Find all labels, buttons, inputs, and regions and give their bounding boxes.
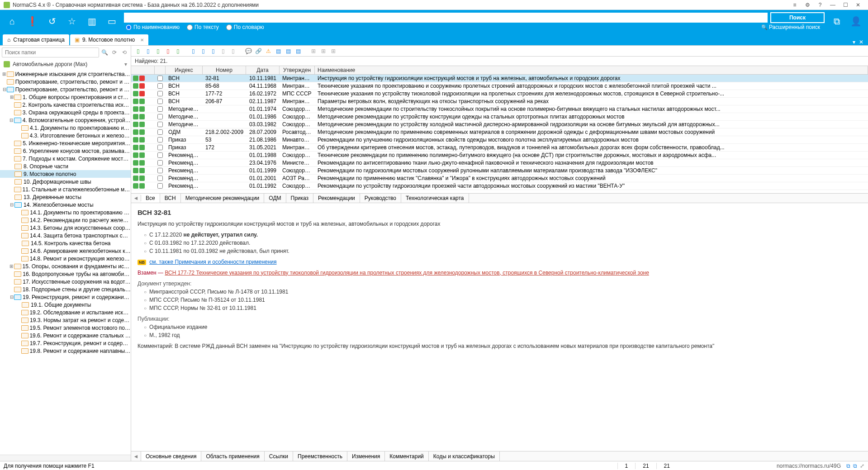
table-row[interactable]: Приказ17231.05.2021Минтранс Р...Об утвер… xyxy=(131,144,868,152)
row-checkbox[interactable] xyxy=(157,114,163,119)
tree-item[interactable]: 8. Опорные части xyxy=(0,162,131,170)
tree-item[interactable]: ⊞1. Общие вопросы проектирования и строи… xyxy=(0,93,131,101)
filter-tab[interactable]: Все xyxy=(141,194,160,203)
maximize-button[interactable]: ☐ xyxy=(839,0,852,9)
tree-item[interactable]: 19.1. Общие документы xyxy=(0,301,131,309)
tree-item[interactable]: 14.5. Контроль качества бетона xyxy=(0,239,131,247)
row-checkbox[interactable] xyxy=(157,99,163,104)
export-icon[interactable]: ▯ xyxy=(199,47,207,55)
detail-tab-prev-icon[interactable]: ◄ xyxy=(131,451,141,461)
table-row[interactable]: ОДМ218.2.002-200928.07.2009Росавтодор (.… xyxy=(131,128,868,136)
doc-icon[interactable]: ▯ xyxy=(154,47,162,55)
detail-tab[interactable]: Область применения xyxy=(201,451,264,461)
grid-icon[interactable]: ⊞ xyxy=(319,47,327,55)
folder-icon[interactable]: ▭ xyxy=(104,14,119,29)
row-checkbox[interactable] xyxy=(157,91,163,96)
filter-tab[interactable]: Рекомендации xyxy=(313,194,360,203)
table-row[interactable]: Рекоменда...01.01.1992СоюздорнииРекоменд… xyxy=(131,182,868,190)
row-checkbox[interactable] xyxy=(157,137,163,142)
home-icon[interactable]: ⌂ xyxy=(5,14,20,29)
menu-icon[interactable]: ≡ xyxy=(788,0,801,9)
table-row[interactable]: Методическ...01.01.1986СоюздорнииМетодич… xyxy=(131,113,868,121)
search-opt-dict[interactable]: По словарю xyxy=(226,24,264,30)
tree-item[interactable]: 10. Деформационные швы xyxy=(0,178,131,185)
help-icon[interactable]: ? xyxy=(814,0,826,9)
row-checkbox[interactable] xyxy=(157,145,163,150)
row-checkbox[interactable] xyxy=(157,83,163,89)
doc-icon[interactable]: ▯ xyxy=(144,47,152,55)
tree-item[interactable]: 16. Водопропускные трубы на автомобильн.… xyxy=(0,270,131,278)
doc-pair-icon[interactable]: ⧉ xyxy=(829,14,844,29)
doc-icon[interactable]: ▯ xyxy=(164,47,172,55)
tree-item[interactable]: 7. Подходы к мостам. Сопряжение моста с … xyxy=(0,155,131,162)
tree-item[interactable]: 11. Стальные и сталежелезобетонные мосты… xyxy=(0,185,131,193)
folder-sync-icon[interactable]: ⟲ xyxy=(120,48,129,57)
col-index[interactable]: Индекс xyxy=(166,66,203,74)
table-row[interactable]: Рекоменда...01.01.1999СоюздорнииРекоменд… xyxy=(131,167,868,175)
tree-item[interactable]: ⊟19. Реконструкция, ремонт и содержание … xyxy=(0,293,131,301)
filter-tab[interactable]: Методические рекомендации xyxy=(181,194,265,203)
advanced-search-link[interactable]: 🔍 Расширенный поиск xyxy=(761,24,825,30)
list-icon[interactable]: ▤ xyxy=(284,47,292,55)
table-row[interactable]: Методическ...01.01.1974Союздорпро...Мето… xyxy=(131,105,868,113)
detail-tab[interactable]: Ссылки xyxy=(265,451,293,461)
filter-tab[interactable]: Приказ xyxy=(286,194,314,203)
row-checkbox[interactable] xyxy=(157,122,163,127)
tree-item[interactable]: 3. Охрана окружающей среды в проектах и … xyxy=(0,109,131,116)
filter-tab[interactable]: Руководство xyxy=(360,194,401,203)
history-icon[interactable]: ↺ xyxy=(44,14,60,29)
tree-item[interactable]: ⊟4. Вспомогательные сооружения, устройст… xyxy=(0,116,131,124)
filter-tab[interactable]: ОДМ xyxy=(264,194,286,203)
filter-prev-icon[interactable]: ◄ xyxy=(131,195,141,201)
search-opt-text[interactable]: По тексту xyxy=(187,24,219,30)
statusbar-copy-icon[interactable]: ⧉ xyxy=(846,463,850,469)
tab-document[interactable]: ▣ 9. Мостовое полотно ✕ xyxy=(70,34,148,45)
tree-item[interactable]: ⊟14. Железобетонные мосты xyxy=(0,201,131,209)
notes-link[interactable]: см. также Примечания и особенности приме… xyxy=(149,259,276,265)
col-date[interactable]: Дата xyxy=(246,66,280,74)
filter-tab[interactable]: Технологическая карта xyxy=(401,194,469,203)
tree-item[interactable]: 17. Искусственные сооружения на водотока… xyxy=(0,278,131,285)
settings-icon[interactable]: ⚙ xyxy=(801,0,814,9)
tree-item[interactable]: 14.1. Документы по проектированию и ст..… xyxy=(0,209,131,216)
alert-icon[interactable]: ❗ xyxy=(24,14,40,29)
tree-item[interactable]: ⊟Проектирование, строительство, ремонт и… xyxy=(0,85,131,93)
filter-tab[interactable]: ВСН xyxy=(160,194,181,203)
favorite-icon[interactable]: ☆ xyxy=(64,14,80,29)
chat-icon[interactable]: 💬 xyxy=(244,47,252,55)
statusbar-expand-icon[interactable]: ⤢ xyxy=(860,463,864,469)
table-row[interactable]: ВСН177-7216.02.1972МПС СССРТехнические у… xyxy=(131,90,868,98)
tree-item[interactable]: 14.2. Рекомендации по расчету железобе..… xyxy=(0,216,131,224)
detail-tab[interactable]: Комментарий xyxy=(385,451,429,461)
tree-item[interactable]: ⊞15. Опоры, основания и фундаменты искус… xyxy=(0,262,131,270)
tree-item[interactable]: 19.3. Нормы затрат на ремонт и содержа..… xyxy=(0,316,131,324)
list-icon[interactable]: ▤ xyxy=(294,47,302,55)
tree-item[interactable]: 4.1. Документы по проектированию и стр..… xyxy=(0,124,131,132)
row-checkbox[interactable] xyxy=(157,183,163,189)
link-icon[interactable]: 🔗 xyxy=(254,47,262,55)
tree-item[interactable]: 6. Укрепление конусов мостов, размываем.… xyxy=(0,147,131,155)
tab-home[interactable]: ⌂ Стартовая страница xyxy=(3,34,69,45)
tree-item[interactable]: 14.3. Бетоны для искусственных сооруже..… xyxy=(0,224,131,232)
list-icon[interactable]: ▤ xyxy=(274,47,282,55)
row-checkbox[interactable] xyxy=(157,106,163,112)
search-opt-name[interactable]: По наименованию xyxy=(126,24,180,30)
tree-item[interactable]: 9. Мостовое полотно xyxy=(0,170,131,178)
folder-search-input[interactable] xyxy=(2,47,99,57)
row-checkbox[interactable] xyxy=(157,160,163,166)
col-approved[interactable]: Утвержден xyxy=(280,66,315,74)
tree-item[interactable]: 19.5. Ремонт элементов мостового полотн.… xyxy=(0,324,131,332)
statusbar-copy2-icon[interactable]: ⧉ xyxy=(853,463,857,469)
folder-refresh-icon[interactable]: ⟳ xyxy=(110,48,119,57)
tree-item[interactable]: 19.2. Обследование и испытание искусств.… xyxy=(0,309,131,316)
detail-tab[interactable]: Основные сведения xyxy=(141,451,201,461)
row-checkbox[interactable] xyxy=(157,152,163,158)
tree-item[interactable]: 19.8. Ремонт и содержание наплавных мо..… xyxy=(0,347,131,355)
table-row[interactable]: Рекоменда...01.01.1988СоюздорнииТехничес… xyxy=(131,152,868,159)
notes-icon[interactable]: ▥ xyxy=(84,14,100,29)
tree-item[interactable]: Проектирование, строительство, ремонт и … xyxy=(0,78,131,85)
folder-search-icon[interactable]: 🔍 xyxy=(100,48,109,57)
row-checkbox[interactable] xyxy=(157,176,163,181)
grid-icon[interactable]: ⊞ xyxy=(309,47,318,55)
table-row[interactable]: ВСН32-8110.11.1981Минтрансст...Инструкци… xyxy=(131,75,868,82)
